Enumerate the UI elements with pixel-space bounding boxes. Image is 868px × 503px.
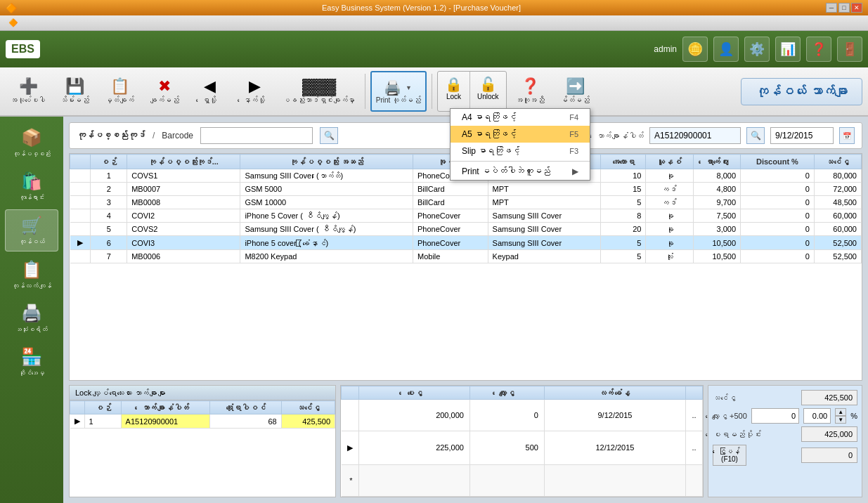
delete-label: ဖျက်မည် (150, 96, 179, 104)
user-profile-button[interactable]: 🪙 (682, 37, 708, 62)
calc-value: 0 (801, 448, 857, 463)
table-row[interactable]: 3 MB0008 GSM 10000 BillCard MPT 5 ကဒ် 9,… (70, 196, 862, 209)
sidebar-item-purchase[interactable]: 🛒 ကုန်ဝယ် (5, 209, 58, 252)
col-header-indicator (70, 155, 91, 169)
prev-icon: ◀ (204, 79, 216, 94)
exit-button[interactable]: ➡️ မိတ်မည် (555, 71, 597, 112)
maximize-button[interactable]: □ (838, 3, 850, 13)
row-total: 60,000 (814, 223, 861, 236)
exit-header-button[interactable]: 🚪 (837, 37, 862, 62)
row-no: 4 (91, 209, 127, 223)
print-dropdown-menu: A4 မာရတ်ဖြင့် F4 A5 မာရတ်ဖြင့် F5 Slip မ… (450, 108, 590, 181)
row-indicator (70, 183, 91, 196)
dropdown-separator (451, 161, 590, 162)
date-input[interactable] (770, 127, 834, 144)
spinner-up-button[interactable]: ▲ (835, 408, 846, 416)
pay-row1-dots-button[interactable]: .. (686, 400, 703, 431)
col-header-name: ကုန်ပစ္စည်း အဆည် (240, 155, 413, 169)
pay-new-discount (469, 464, 544, 496)
header-right: admin 🪙 👤 ⚙️ 📊 ❓ 🚪 (654, 37, 862, 62)
table-row[interactable]: 4 COVI2 iPhone 5 Cover ( စီဝိကျွန်) Phon… (70, 209, 862, 223)
table-row[interactable]: 2 MB0007 GSM 5000 BillCard MPT 15 ကဒ် 4,… (70, 183, 862, 196)
print-a5-item[interactable]: A5 မာရတ်ဖြင့် F5 (451, 126, 590, 143)
sidebar-item-sales[interactable]: 🛍️ ကုန်ရောင်း (5, 166, 58, 207)
print-note-button[interactable]: 📋 မှတ်ချက် (98, 71, 141, 112)
calculate-button[interactable]: ငွေပြန် (F10) (713, 445, 746, 466)
row-unit: ခု (646, 236, 694, 250)
lock-list-row[interactable]: ▶ 1 A15120900001 68 425,500 (70, 414, 335, 429)
voucher-search-button[interactable]: 🔍 (746, 127, 765, 144)
chart-button[interactable]: 📊 (775, 37, 801, 62)
help-header-button[interactable]: ❓ (806, 37, 831, 62)
payment-new-row[interactable]: * (342, 464, 703, 496)
pay-row2-discount: 500 (469, 431, 544, 465)
print-group-label: Print ထုတ်မည် (376, 96, 421, 104)
row-name: GSM 10000 (240, 196, 413, 209)
row-qty: 5 (600, 236, 646, 250)
barcode-search-button[interactable]: 🔍 (320, 127, 338, 144)
shop-icon: 🏪 (21, 347, 42, 367)
print-note-label: မှတ်ချက် (105, 96, 134, 104)
table-row[interactable]: ▶ 6 COVI3 iPhone 5 cover (ခြံနောင်) Phon… (70, 236, 862, 250)
pay-row2-amount: 225,000 (358, 431, 469, 465)
payment-row-2[interactable]: ▶ 225,000 500 12/12/2015 .. (342, 431, 703, 465)
print-no-preview-item[interactable]: Print မပဲတ်ပါဘဲကူးမည် ▶ (451, 163, 590, 180)
sidebar-item-shop[interactable]: 🏪 ဆိုင်အမှေ (5, 341, 58, 382)
pay-row2-dots-button[interactable]: .. (686, 431, 703, 465)
sidebar-item-expenses[interactable]: 🖨️ အသုံးစရိတ် (5, 298, 58, 339)
lock-button[interactable]: 🔒 Lock (438, 72, 470, 111)
barcode-icon: ▓▓▓ (302, 79, 336, 94)
barcode-input[interactable] (200, 127, 313, 144)
delete-button[interactable]: ✖ ဖျက်မည် (143, 71, 186, 112)
row-unit: လုံး (646, 250, 694, 263)
prev-button[interactable]: ◀ ရှေ့သို့ (188, 71, 231, 112)
spinner-down-button[interactable]: ▼ (835, 416, 846, 424)
submenu-arrow-icon: ▶ (572, 166, 578, 176)
table-row[interactable]: 7 MB0006 M8200 Keypad Mobile Keypad 5 လု… (70, 250, 862, 263)
settings-button[interactable]: ⚙️ (744, 37, 770, 62)
sidebar-item-inventory[interactable]: 📦 ကုန်ပစ္စည်း (5, 122, 58, 163)
row-group: PhoneCover (413, 223, 488, 236)
pay-new-dots-button[interactable] (686, 464, 703, 496)
row-code: COVI3 (127, 236, 240, 250)
discount-pct-input[interactable]: 0.00 (803, 408, 831, 424)
discount-value-input[interactable]: 0 (751, 408, 799, 424)
next-button[interactable]: ▶ နောက်သို့ (233, 71, 276, 112)
print-slip-item[interactable]: Slip မာရတ်ဖြင့် F3 (451, 143, 590, 159)
minimize-button[interactable]: ─ (826, 3, 837, 13)
unlock-icon: 🔓 (479, 76, 497, 93)
close-button[interactable]: ✕ (851, 3, 862, 13)
barcode-button[interactable]: ▓▓▓ ပဖည်းဘာဒ်ရှင်းချက်မှာ (278, 71, 360, 112)
print-group[interactable]: 🖨️ ▼ Print ထုတ်မည် (370, 71, 427, 112)
table-row[interactable]: 5 COVS2 Samsung SIII Cover ( စီဝိကျွန်) … (70, 223, 862, 236)
calendar-button[interactable]: 📅 (839, 127, 855, 144)
lock-list-panel: Lock လျှပ်ရသေးသော ဘောက်ချာများ စဉ် ဘောက်… (69, 385, 336, 497)
voucher-no-input[interactable] (649, 127, 741, 144)
add-label: အသုပ်ပေးပါ (11, 96, 46, 104)
total-value: 425,500 (801, 390, 857, 405)
app-icon-small: 🔶 (3, 17, 24, 29)
unlock-button[interactable]: 🔓 Unlock (470, 72, 506, 111)
pay-new-amount (358, 464, 469, 496)
bottom-section: Lock လျှပ်ရသေးသော ဘောက်ချာများ စဉ် ဘောက်… (69, 385, 862, 497)
row-no: 3 (91, 196, 127, 209)
row-price: 7,500 (694, 209, 741, 223)
items-table: စဉ် ကုန်ပစ္စည်းကုဒ်... ကုန်ပစ္စည်း အဆည် … (69, 153, 862, 381)
dropdown-arrow-icon[interactable]: ▼ (404, 84, 413, 91)
pct-unit-label: % (850, 412, 857, 420)
help-button[interactable]: ❓ အကူအညီ (510, 71, 552, 112)
add-button[interactable]: ➕ အသုပ်ပေးပါ (6, 71, 51, 112)
payment-row-1[interactable]: 200,000 0 9/12/2015 .. (342, 400, 703, 431)
row-discount: 0 (741, 209, 815, 223)
user-account-button[interactable]: 👤 (713, 37, 739, 62)
row-indicator: ▶ (70, 236, 91, 250)
row-total: 48,500 (814, 196, 861, 209)
app-header: EBS admin 🪙 👤 ⚙️ 📊 ❓ 🚪 (0, 31, 868, 67)
print-a4-item[interactable]: A4 မာရတ်ဖြင့် F4 (451, 109, 590, 126)
sidebar-item-stock[interactable]: 📋 ကုန်လက်ကျန် (5, 254, 58, 295)
save-button[interactable]: 💾 သိမ်းမည် (53, 71, 96, 112)
save-label: သိမ်းမည် (60, 96, 89, 104)
row-qty: 8 (600, 209, 646, 223)
exit-icon: ➡️ (566, 79, 585, 94)
row-indicator (70, 169, 91, 183)
